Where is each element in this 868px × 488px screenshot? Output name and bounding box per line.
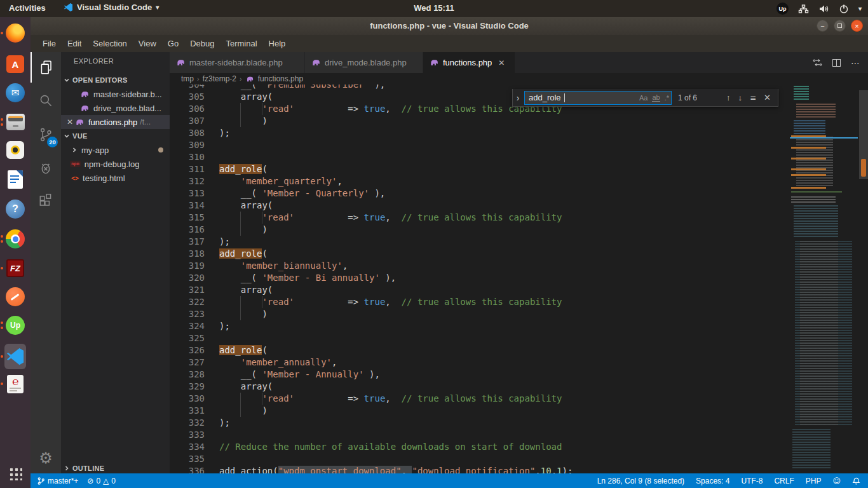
code-line-327[interactable]: 327 'member_annually', — [170, 356, 790, 369]
workspace-header[interactable]: VUE — [61, 129, 170, 143]
split-editor-icon[interactable] — [832, 59, 841, 67]
code-line-324[interactable]: 324); — [170, 320, 790, 332]
menu-terminal[interactable]: Terminal — [220, 36, 262, 51]
breadcrumb-item[interactable]: functions.php — [258, 74, 303, 83]
feedback-smiley-icon[interactable]: ☺ — [832, 477, 841, 485]
code-line-320[interactable]: 320 __( 'Member - Bi annually' ), — [170, 272, 790, 284]
power-icon[interactable] — [839, 4, 849, 14]
open-changes-icon[interactable] — [813, 58, 822, 67]
code-line-329[interactable]: 329 array( — [170, 381, 790, 393]
tray-chevron-icon[interactable]: ▾ — [858, 5, 862, 12]
code-line-328[interactable]: 328 __( 'Member - Annually' ), — [170, 369, 790, 381]
code-line-334[interactable]: 334// Reduce the number of available dow… — [170, 441, 790, 453]
code-line-316[interactable]: 316 ) — [170, 224, 790, 236]
code-line-330[interactable]: 330 'read' => true, // true allows this … — [170, 393, 790, 405]
next-match-icon[interactable]: ↓ — [738, 93, 743, 102]
find-in-selection-icon[interactable]: ≡ — [750, 93, 756, 102]
code-line-318[interactable]: 318add_role( — [170, 248, 790, 260]
more-actions-icon[interactable]: ⋯ — [851, 58, 860, 68]
settings-gear-icon[interactable]: ⚙ — [31, 449, 61, 467]
whole-word-icon[interactable]: ab — [652, 93, 660, 102]
code-line-307[interactable]: 307 ) — [170, 115, 790, 127]
menu-view[interactable]: View — [133, 36, 162, 51]
problems-item[interactable]: ⊘ 0 △ 0 — [87, 477, 116, 485]
regex-icon[interactable]: .* — [665, 94, 669, 102]
upwork-tray-icon[interactable]: Up — [776, 3, 789, 15]
dock-help[interactable]: ? — [0, 194, 31, 224]
breadcrumb-item[interactable]: fz3temp-2 — [203, 74, 236, 83]
code-line-314[interactable]: 314 array( — [170, 200, 790, 212]
dock-document-viewer[interactable]: ℮ — [0, 369, 31, 398]
code-line-325[interactable]: 325 — [170, 332, 790, 344]
previous-match-icon[interactable]: ↑ — [726, 93, 731, 102]
activitybar-source-control[interactable]: 20 — [31, 119, 61, 150]
language-mode-item[interactable]: PHP — [806, 477, 822, 485]
dock-ubuntu-software[interactable]: A — [0, 50, 31, 79]
encoding-item[interactable]: UTF-8 — [741, 477, 763, 485]
tab-functions.php[interactable]: functions.php✕ — [423, 52, 515, 73]
activitybar-explorer[interactable] — [31, 52, 61, 83]
tree-item-npm-debug[interactable]: npm npm-debug.log — [61, 157, 170, 171]
code-line-313[interactable]: 313 __( 'Member - Quarterly' ), — [170, 187, 790, 200]
window-titlebar[interactable]: functions.php - vue - Visual Studio Code… — [31, 17, 868, 35]
code-line-332[interactable]: 332); — [170, 417, 790, 429]
dock-chrome[interactable] — [0, 224, 31, 254]
open-editor-item[interactable]: drive_mode.blad... — [61, 101, 170, 115]
dock-vscode[interactable] — [0, 342, 31, 371]
tree-item-my-app[interactable]: my-app — [61, 143, 170, 157]
code-line-309[interactable]: 309 — [170, 139, 790, 151]
toggle-replace-chevron-icon[interactable]: › — [513, 93, 523, 103]
dock-thunderbird[interactable]: ✉ — [0, 78, 31, 107]
notifications-bell-icon[interactable] — [852, 477, 860, 485]
tab-master-sidebar.blade.php[interactable]: master-sidebar.blade.php — [170, 52, 305, 73]
menu-debug[interactable]: Debug — [184, 36, 220, 51]
dock-firefox[interactable] — [0, 18, 31, 48]
git-branch-item[interactable]: master*+ — [37, 477, 78, 485]
volume-icon[interactable] — [818, 4, 829, 14]
tab-drive_mode.blade.php[interactable]: drive_mode.blade.php — [305, 52, 423, 73]
dock-libreoffice-writer[interactable] — [0, 165, 31, 194]
breadcrumb-item[interactable]: tmp — [181, 74, 194, 83]
vertical-scrollbar[interactable] — [859, 81, 868, 473]
menu-edit[interactable]: Edit — [62, 36, 87, 51]
code-line-312[interactable]: 312 'member_quarterly', — [170, 175, 790, 187]
close-icon[interactable]: ✕ — [65, 118, 75, 126]
close-button[interactable]: × — [851, 20, 863, 32]
activitybar-debug[interactable] — [31, 152, 61, 183]
dock-filezilla[interactable]: FZ — [0, 254, 31, 283]
code-line-315[interactable]: 315 'read' => true, // true allows this … — [170, 212, 790, 224]
menu-go[interactable]: Go — [162, 36, 184, 51]
menu-selection[interactable]: Selection — [87, 36, 132, 51]
menu-file[interactable]: File — [37, 36, 62, 51]
code-line-323[interactable]: 323 ) — [170, 308, 790, 320]
close-tab-icon[interactable]: ✕ — [498, 58, 505, 67]
code-line-310[interactable]: 310 — [170, 151, 790, 163]
minimize-button[interactable]: − — [817, 20, 829, 32]
dock-postman[interactable] — [0, 282, 31, 311]
network-icon[interactable] — [798, 4, 809, 14]
breadcrumb[interactable]: tmp › fz3temp-2 › functions.php — [170, 73, 868, 85]
code-line-321[interactable]: 321 array( — [170, 284, 790, 296]
close-find-icon[interactable]: ✕ — [764, 93, 771, 102]
activitybar-search[interactable] — [31, 85, 61, 116]
code-line-317[interactable]: 317); — [170, 236, 790, 248]
code-line-333[interactable]: 333 — [170, 429, 790, 441]
maximize-button[interactable] — [834, 20, 846, 32]
indentation-item[interactable]: Spaces: 4 — [696, 477, 729, 485]
dock-upwork[interactable]: Up — [0, 311, 31, 340]
open-editor-item[interactable]: master-sidebar.b... — [61, 87, 170, 101]
open-editors-header[interactable]: OPEN EDITORS — [61, 73, 170, 87]
code-line-308[interactable]: 308); — [170, 127, 790, 139]
code-line-335[interactable]: 335 — [170, 453, 790, 465]
code-line-311[interactable]: 311add_role( — [170, 163, 790, 175]
match-case-icon[interactable]: Aa — [639, 94, 648, 102]
code-line-331[interactable]: 331 ) — [170, 405, 790, 417]
dock-file-manager[interactable] — [0, 107, 31, 137]
code-line-326[interactable]: 326add_role( — [170, 344, 790, 356]
menu-help[interactable]: Help — [263, 36, 292, 51]
eol-item[interactable]: CRLF — [774, 477, 794, 485]
tree-item-testing-html[interactable]: <> testing.html — [61, 171, 170, 185]
clock[interactable]: Wed 15:11 — [0, 3, 868, 13]
code-line-319[interactable]: 319 'member_biannually', — [170, 260, 790, 272]
minimap[interactable] — [790, 81, 859, 473]
